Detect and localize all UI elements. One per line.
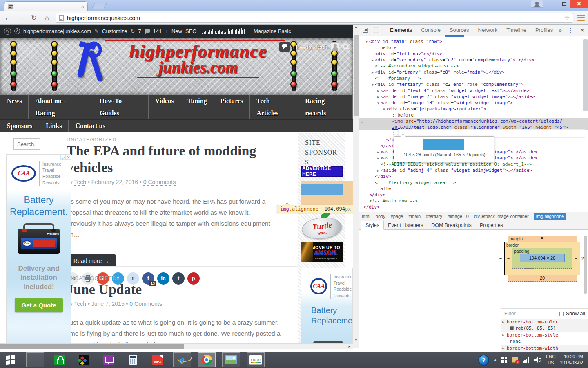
header-search-icon[interactable] [342,43,350,50]
crumb--main[interactable]: #main [408,214,421,219]
home-button[interactable]: ⌂ [42,14,51,22]
post-title[interactable]: June Update [67,281,292,298]
disclosure-closed-icon[interactable]: ▶ [376,155,381,162]
theme-name[interactable]: Magazine Basic [254,28,291,34]
tab-sources[interactable]: Sources [450,27,469,33]
crumb--image-10[interactable]: #image-10 [448,214,469,219]
site-wordmark[interactable]: highperformance junkies.com [96,42,300,78]
disclosure-open-icon[interactable]: ▼ [376,100,381,106]
devtools-tree-line[interactable]: ▼<aside id="image-10" class="widget widg… [359,100,588,106]
caa-ad-left[interactable]: ▷ ✕ CAA InsuranceTravelRoadsideRewards B… [6,154,71,343]
address-bar[interactable]: highperformancejunkies.com ☆ [56,13,573,23]
nav-item-videos[interactable]: Videos [149,95,181,119]
user-avatar[interactable] [331,42,339,51]
taskbar-mp3-button[interactable]: MP3 [149,352,167,367]
margin-bottom-value[interactable]: 20 [509,276,575,280]
crumb--page[interactable]: #page [391,214,403,219]
help-icon[interactable]: ? [478,355,489,366]
taskbar-games-button[interactable] [75,352,93,367]
crumb--tertiary[interactable]: #tertiary [426,214,442,219]
sidetab-dom-breakpoints[interactable]: DOM Breakpoints [427,221,476,229]
nav-item-racing-records[interactable]: Racing records [298,95,353,119]
back-button[interactable]: ← [3,14,12,22]
devtools-tree-line[interactable]: <!-- #tertiary.widget-area --> [359,180,588,186]
devtools-tree-line[interactable]: ::before [359,112,588,118]
sidetab-styles[interactable]: Styles [361,221,384,230]
taskbar-chrome-button[interactable] [198,352,216,367]
tab-close-icon[interactable]: × [81,4,84,9]
devtools-tree-line[interactable]: </div> [359,204,588,210]
property-name[interactable]: ▶border-bottom-color [501,319,588,325]
updates-count[interactable]: 7 [138,28,141,34]
scroll-down-icon[interactable]: ▼ [353,338,359,343]
devtools-tree-line[interactable]: ▶<div id="secondary" class="c2" role="co… [359,57,588,63]
disclosure-open-icon[interactable]: ▼ [365,39,369,45]
scrollbar-thumb[interactable] [0,344,184,349]
border-bottom-value[interactable]: − [506,269,579,274]
border-left-value[interactable]: − [506,256,511,261]
scroll-right-icon[interactable]: ► [348,344,351,349]
computed-property[interactable]: ▶border-bottom-width [501,345,588,352]
taskbar-file-explorer-button[interactable] [26,352,44,367]
windows-tray-icon[interactable] [501,357,507,363]
caa-ad-right[interactable]: CAA InsuranceTravelRoadsideRewards Batte… [301,268,353,343]
devtools-tree-line[interactable]: ▼<div id="main" class="row"> [359,38,588,45]
device-mode-icon[interactable] [374,27,378,33]
read-more-button[interactable]: Read more → [67,254,116,267]
devtools-tree-line[interactable]: ▶<div id="primary" class="c8" role="main… [359,69,588,75]
nav-item-how-to-guides[interactable]: How-To Guides [93,95,149,119]
padding-bottom-value[interactable]: − [514,263,571,267]
nav-item-about-me-racing[interactable]: About me - Racing [29,95,93,119]
styles-scrollbar-thumb[interactable] [584,236,587,294]
page-vertical-scrollbar[interactable]: ▲ ▼ [353,25,359,348]
disclosure-closed-icon[interactable]: ▶ [502,332,504,338]
url-text[interactable]: highperformancejunkies.com [67,15,561,21]
close-button[interactable]: ✕ [570,0,588,8]
comments-link[interactable]: 0 Comments [143,179,176,186]
scrollbar-thumb[interactable] [354,35,359,116]
sidetab-properties[interactable]: Properties [476,221,507,229]
property-name[interactable]: ▶border-bottom-width [501,345,588,351]
admin-site-name[interactable]: highperformancejunkies.com [23,28,91,34]
nav-item-pictures[interactable]: Pictures [214,95,250,119]
minimize-button[interactable] [546,0,558,8]
content-size[interactable]: 104.094 × 28 [520,254,565,262]
maximize-button[interactable] [558,0,570,8]
tab-console[interactable]: Console [421,27,441,33]
wordpress-icon[interactable]: W [4,28,11,35]
nav-item-news[interactable]: News [0,95,29,119]
taskbar-store-button[interactable] [51,352,69,367]
page-horizontal-scrollbar[interactable]: ► [0,343,353,349]
profile-button[interactable] [531,0,543,8]
clock[interactable]: 10:20 PM2016-03-02 [560,354,583,366]
devtools-tree-line[interactable]: ▶<aside id="text-4" class="widget widget… [359,88,588,94]
margin-left-value[interactable]: − [498,256,503,261]
disclosure-closed-icon[interactable]: ▶ [370,57,375,63]
alert-tray-icon[interactable] [512,357,518,363]
amsoil-banner[interactable]: MOVE UP TO AMSOIL The First in Synthetic… [301,242,343,262]
computed-property[interactable]: ▶border-bottom-colorrgb(85, 85, 85) [501,319,588,332]
nav-item-tech-articles[interactable]: Tech Articles [250,95,298,119]
devtools-tree-line[interactable]: </div> [359,192,588,198]
devtools-tree-line[interactable]: ▶<aside id="adinj-4" class="widget adinj… [359,167,588,173]
border-right-value[interactable]: − [574,256,579,261]
turtle-wax-logo[interactable]: Turtle wax. [301,213,343,241]
devtools-tree-line[interactable]: ::after [359,186,588,192]
dashboard-icon[interactable] [14,28,20,34]
devtools-menu-icon[interactable]: ⋮ [568,27,573,34]
devtools-tree-line[interactable]: ▼<div class="jetpack-image-container"> [359,106,588,112]
devtools-tree-line[interactable]: …<img src="http://highperformancejunkies… [359,118,588,124]
search-input[interactable] [13,138,40,150]
adchoices-icon[interactable]: ▷ [60,155,66,160]
author-link[interactable]: Tech [74,301,86,307]
devtools-tree-line[interactable]: <!-- #secondary.widget-area --> [359,63,588,69]
taskbar-calc-button[interactable] [124,352,142,367]
show-all-checkbox[interactable] [559,312,564,316]
ad-close-icon[interactable]: ✕ [66,155,71,160]
taskbar-ie-button[interactable]: e [173,352,191,367]
disclosure-closed-icon[interactable]: ▶ [502,345,504,351]
taskbar-start-button[interactable] [2,352,20,367]
new-tab-button[interactable] [92,3,107,9]
disclosure-closed-icon[interactable]: ▶ [376,94,381,100]
disclosure-closed-icon[interactable]: ▶ [370,70,375,76]
